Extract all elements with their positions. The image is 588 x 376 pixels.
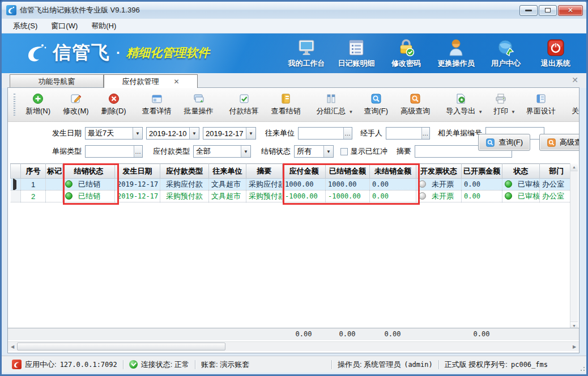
- import-export-button[interactable]: 导入导出: [440, 91, 482, 119]
- doc-type-input[interactable]: …: [85, 145, 143, 158]
- menu-window[interactable]: 窗口(W): [44, 19, 84, 33]
- settle-status-select[interactable]: 所有▼: [294, 145, 334, 158]
- restore-button[interactable]: [539, 5, 557, 16]
- banner-action-exit[interactable]: 退出系统: [531, 37, 581, 71]
- show-red-checkbox[interactable]: [340, 148, 348, 155]
- banner-action-usercenter[interactable]: 用户中心: [481, 37, 531, 71]
- scrollbar-thumb[interactable]: [17, 343, 225, 350]
- col-header-date[interactable]: 发生日期: [115, 164, 160, 179]
- col-header-seq[interactable]: 序号: [21, 164, 46, 179]
- banner-action-journal[interactable]: 日记账明细: [331, 37, 381, 71]
- scroll-left-icon[interactable]: ◀: [8, 342, 17, 351]
- app-window: 信管飞出纳记账软件专业版 V9.1.396 ✕ 系统(S) 窗口(W) 帮助(H…: [0, 0, 588, 376]
- cell-invoiced-amount: 0.00: [462, 191, 502, 202]
- payable-type-select[interactable]: 全部▼: [193, 145, 251, 158]
- col-header-invoiced[interactable]: 已开票金额: [462, 164, 502, 179]
- banner-action-password[interactable]: 修改密码: [381, 37, 431, 71]
- scroll-up-icon[interactable]: ▲: [570, 163, 578, 171]
- chevron-down-icon[interactable]: ▼: [241, 146, 250, 157]
- col-header-settle-status[interactable]: 结销状态: [63, 164, 115, 179]
- query-button[interactable]: 查询(F): [478, 134, 530, 151]
- delete-button[interactable]: 删除(D): [95, 88, 133, 121]
- dropdown-arrow-icon[interactable]: ▼: [478, 109, 483, 115]
- query-button-label: 查询(F): [498, 137, 523, 147]
- summary-invoiced-amount: 0.00: [461, 330, 502, 338]
- col-header-status[interactable]: 状态: [502, 164, 540, 179]
- scroll-right-icon[interactable]: ▶: [570, 342, 579, 351]
- banner-action-workbench[interactable]: 我的工作台: [282, 37, 331, 71]
- cell-partner: 文具超市: [209, 191, 246, 202]
- chevron-down-icon[interactable]: ▼: [189, 128, 199, 139]
- edit-button[interactable]: 修改(M): [57, 88, 95, 121]
- date-from-select[interactable]: 2019-12-10▼: [146, 127, 199, 140]
- menu-help[interactable]: 帮助(H): [84, 19, 123, 33]
- tab-close-icon[interactable]: ✕: [173, 78, 179, 86]
- batch-operation-button[interactable]: 批量操作: [178, 88, 220, 121]
- col-header-unsettled[interactable]: 未结销金额: [370, 164, 416, 179]
- operator-account: (admin): [404, 361, 433, 369]
- menu-system[interactable]: 系统(S): [6, 19, 44, 33]
- ui-design-button[interactable]: 界面设计: [520, 88, 562, 121]
- chevron-down-icon[interactable]: ▼: [133, 128, 142, 139]
- col-header-settled[interactable]: 已结销金额: [326, 164, 370, 179]
- close-tab-button[interactable]: 关闭(Q): [565, 88, 580, 121]
- col-header-invoice-status[interactable]: 开发票状态: [416, 164, 462, 179]
- chevron-down-icon[interactable]: ▼: [323, 146, 333, 157]
- add-button[interactable]: 新增(N): [19, 88, 57, 121]
- view-settlement-button[interactable]: 查看结销: [265, 88, 307, 121]
- toolbar-button-label: 打印: [493, 106, 508, 116]
- cell-invoice-status: 未开票: [416, 191, 462, 202]
- advanced-query-button[interactable]: 高级查询: [539, 134, 580, 151]
- brand-name: 信管飞: [53, 40, 110, 65]
- vertical-scrollbar[interactable]: ▲ ▼: [570, 163, 578, 329]
- app-center-logo-icon: [12, 360, 22, 369]
- date-to-select[interactable]: 2019-12-17▼: [203, 127, 256, 140]
- col-header-partner[interactable]: 往来单位: [209, 164, 246, 179]
- cell-seq: 2: [21, 191, 46, 202]
- workbench-monitor-icon: [297, 38, 316, 57]
- banner-action-operator[interactable]: 更换操作员: [431, 37, 481, 71]
- resize-grip[interactable]: [578, 365, 585, 371]
- payment-settle-button[interactable]: 付款结算: [223, 88, 265, 121]
- view-detail-button[interactable]: 查看详情: [136, 88, 178, 121]
- print-button[interactable]: 打印: [487, 91, 514, 119]
- exit-power-icon: [547, 38, 565, 57]
- query-button-toolbar[interactable]: 查询(F): [358, 88, 395, 121]
- table-row[interactable]: 1 已结销 2019-12-17 采购应付款 文具超市 采购应付款 1000.0…: [11, 179, 574, 191]
- print-icon: [495, 93, 506, 104]
- col-header-payable-type[interactable]: 应付款类型: [160, 164, 209, 179]
- horizontal-scrollbar[interactable]: ◀ ▶: [8, 341, 579, 351]
- banner-action-label: 更换操作员: [438, 58, 475, 69]
- query-blue-icon: [370, 93, 382, 104]
- agent-input[interactable]: …: [386, 127, 430, 140]
- col-header-mark[interactable]: 标记: [46, 164, 63, 179]
- col-header-amount[interactable]: 应付金额: [283, 164, 326, 179]
- dropdown-arrow-icon[interactable]: ▼: [511, 109, 515, 115]
- col-header-department[interactable]: 部门: [540, 164, 574, 179]
- banner-actions: 我的工作台 日记账明细 修改密码 更换操作员: [282, 37, 581, 71]
- brand-logo: 信管飞 · 精细化管理软件: [23, 40, 210, 65]
- lookup-dots-icon[interactable]: …: [134, 146, 142, 157]
- tabstrip-close-icon[interactable]: ✕: [572, 75, 578, 85]
- col-header-memo[interactable]: 摘要: [246, 164, 283, 179]
- close-button[interactable]: ✕: [558, 5, 583, 16]
- dropdown-arrow-icon[interactable]: ▼: [349, 109, 353, 115]
- toolbar-button-label: 付款结算: [229, 106, 259, 116]
- minimize-button[interactable]: [519, 5, 538, 16]
- lookup-dots-icon[interactable]: …: [421, 128, 429, 139]
- group-summary-button[interactable]: 分组汇总: [310, 91, 352, 119]
- connection-ok-icon: [129, 360, 138, 369]
- toolbar-button-label: 界面设计: [526, 106, 556, 116]
- tab-function-nav[interactable]: 功能导航窗: [10, 74, 104, 88]
- lookup-dots-icon[interactable]: …: [343, 128, 352, 139]
- toolbar-button-label: 分组汇总: [317, 106, 346, 116]
- advanced-query-button-toolbar[interactable]: 高级查询: [394, 88, 436, 121]
- partner-input[interactable]: …: [298, 127, 352, 140]
- add-icon: [32, 93, 44, 104]
- chevron-down-icon[interactable]: ▼: [246, 128, 255, 139]
- tab-payables-management[interactable]: 应付款管理 ✕: [104, 74, 198, 88]
- date-range-select[interactable]: 最近7天▼: [85, 127, 143, 140]
- cell-payable-type: 采购预付款: [160, 191, 209, 202]
- table-row[interactable]: 2 已结销 2019-12-17 采购预付款 文具超市 采购预付款 -1000.…: [11, 191, 574, 202]
- app-center-label: 应用中心:: [25, 360, 57, 370]
